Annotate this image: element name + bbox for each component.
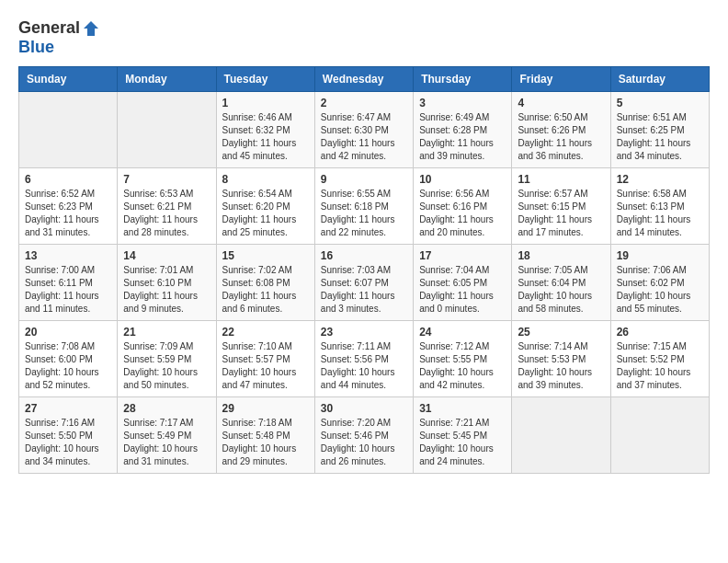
day-number: 23 bbox=[321, 326, 407, 339]
calendar-header-row: SundayMondayTuesdayWednesdayThursdayFrid… bbox=[19, 67, 710, 92]
calendar-header-friday: Friday bbox=[512, 67, 610, 92]
calendar-cell: 6 Sunrise: 6:52 AMSunset: 6:23 PMDayligh… bbox=[19, 168, 118, 245]
calendar-table: SundayMondayTuesdayWednesdayThursdayFrid… bbox=[18, 66, 710, 474]
day-info: Sunrise: 6:53 AMSunset: 6:21 PMDaylight:… bbox=[123, 188, 210, 239]
day-info: Sunrise: 7:16 AMSunset: 5:50 PMDaylight:… bbox=[25, 417, 111, 468]
calendar-header-monday: Monday bbox=[118, 67, 216, 92]
day-info: Sunrise: 7:06 AMSunset: 6:02 PMDaylight:… bbox=[617, 264, 703, 316]
day-number: 20 bbox=[25, 326, 111, 339]
day-info: Sunrise: 6:49 AMSunset: 6:28 PMDaylight:… bbox=[419, 111, 506, 163]
calendar-cell: 27 Sunrise: 7:16 AMSunset: 5:50 PMDaylig… bbox=[19, 397, 118, 474]
day-number: 15 bbox=[222, 249, 309, 262]
day-number: 17 bbox=[419, 249, 506, 262]
calendar-week-1: 1 Sunrise: 6:46 AMSunset: 6:32 PMDayligh… bbox=[19, 92, 710, 168]
calendar-cell: 31 Sunrise: 7:21 AMSunset: 5:45 PMDaylig… bbox=[414, 397, 512, 474]
day-number: 27 bbox=[25, 402, 111, 415]
day-number: 26 bbox=[617, 326, 703, 339]
day-number: 21 bbox=[123, 326, 210, 339]
day-number: 12 bbox=[617, 173, 703, 186]
day-number: 19 bbox=[617, 249, 703, 262]
day-info: Sunrise: 6:51 AMSunset: 6:25 PMDaylight:… bbox=[617, 111, 703, 163]
calendar-cell: 22 Sunrise: 7:10 AMSunset: 5:57 PMDaylig… bbox=[216, 321, 314, 397]
day-info: Sunrise: 7:04 AMSunset: 6:05 PMDaylight:… bbox=[419, 264, 506, 316]
calendar-week-3: 13 Sunrise: 7:00 AMSunset: 6:11 PMDaylig… bbox=[19, 245, 710, 321]
day-info: Sunrise: 6:56 AMSunset: 6:16 PMDaylight:… bbox=[419, 188, 506, 239]
calendar-header-tuesday: Tuesday bbox=[216, 67, 314, 92]
calendar-cell bbox=[19, 92, 118, 168]
day-number: 2 bbox=[321, 97, 407, 109]
day-info: Sunrise: 6:46 AMSunset: 6:32 PMDaylight:… bbox=[222, 111, 309, 163]
day-number: 30 bbox=[321, 402, 407, 415]
calendar-cell: 30 Sunrise: 7:20 AMSunset: 5:46 PMDaylig… bbox=[314, 397, 413, 474]
day-info: Sunrise: 7:12 AMSunset: 5:55 PMDaylight:… bbox=[419, 340, 506, 392]
calendar-cell: 3 Sunrise: 6:49 AMSunset: 6:28 PMDayligh… bbox=[414, 92, 512, 168]
day-number: 31 bbox=[419, 402, 506, 415]
calendar-cell: 20 Sunrise: 7:08 AMSunset: 6:00 PMDaylig… bbox=[19, 321, 118, 397]
day-info: Sunrise: 6:54 AMSunset: 6:20 PMDaylight:… bbox=[222, 188, 309, 239]
day-number: 14 bbox=[123, 249, 210, 262]
day-number: 13 bbox=[25, 249, 111, 262]
day-info: Sunrise: 7:01 AMSunset: 6:10 PMDaylight:… bbox=[123, 264, 210, 316]
logo-general-text: General bbox=[18, 18, 80, 38]
day-number: 6 bbox=[25, 173, 111, 186]
day-info: Sunrise: 7:09 AMSunset: 5:59 PMDaylight:… bbox=[123, 340, 210, 392]
calendar-cell: 29 Sunrise: 7:18 AMSunset: 5:48 PMDaylig… bbox=[216, 397, 314, 474]
calendar-cell: 16 Sunrise: 7:03 AMSunset: 6:07 PMDaylig… bbox=[314, 245, 413, 321]
day-info: Sunrise: 7:18 AMSunset: 5:48 PMDaylight:… bbox=[222, 417, 309, 468]
day-info: Sunrise: 6:55 AMSunset: 6:18 PMDaylight:… bbox=[321, 188, 407, 239]
calendar-cell: 7 Sunrise: 6:53 AMSunset: 6:21 PMDayligh… bbox=[118, 168, 216, 245]
calendar-cell: 9 Sunrise: 6:55 AMSunset: 6:18 PMDayligh… bbox=[314, 168, 413, 245]
day-info: Sunrise: 7:05 AMSunset: 6:04 PMDaylight:… bbox=[518, 264, 604, 316]
day-number: 18 bbox=[518, 249, 604, 262]
day-info: Sunrise: 7:20 AMSunset: 5:46 PMDaylight:… bbox=[321, 417, 407, 468]
day-info: Sunrise: 6:52 AMSunset: 6:23 PMDaylight:… bbox=[25, 188, 111, 239]
calendar-cell: 21 Sunrise: 7:09 AMSunset: 5:59 PMDaylig… bbox=[118, 321, 216, 397]
calendar-cell: 15 Sunrise: 7:02 AMSunset: 6:08 PMDaylig… bbox=[216, 245, 314, 321]
calendar-week-2: 6 Sunrise: 6:52 AMSunset: 6:23 PMDayligh… bbox=[19, 168, 710, 245]
day-number: 29 bbox=[222, 402, 309, 415]
page-header: General Blue bbox=[18, 18, 710, 57]
calendar-cell: 28 Sunrise: 7:17 AMSunset: 5:49 PMDaylig… bbox=[118, 397, 216, 474]
logo-blue-text: Blue bbox=[18, 38, 54, 57]
calendar-cell bbox=[512, 397, 610, 474]
calendar-cell: 2 Sunrise: 6:47 AMSunset: 6:30 PMDayligh… bbox=[314, 92, 413, 168]
calendar-header-thursday: Thursday bbox=[414, 67, 512, 92]
calendar-cell: 26 Sunrise: 7:15 AMSunset: 5:52 PMDaylig… bbox=[610, 321, 709, 397]
day-number: 16 bbox=[321, 249, 407, 262]
day-info: Sunrise: 6:57 AMSunset: 6:15 PMDaylight:… bbox=[518, 188, 604, 239]
calendar-cell: 5 Sunrise: 6:51 AMSunset: 6:25 PMDayligh… bbox=[610, 92, 709, 168]
calendar-cell: 23 Sunrise: 7:11 AMSunset: 5:56 PMDaylig… bbox=[314, 321, 413, 397]
day-info: Sunrise: 7:03 AMSunset: 6:07 PMDaylight:… bbox=[321, 264, 407, 316]
day-info: Sunrise: 7:02 AMSunset: 6:08 PMDaylight:… bbox=[222, 264, 309, 316]
day-number: 1 bbox=[222, 97, 309, 109]
calendar-cell: 14 Sunrise: 7:01 AMSunset: 6:10 PMDaylig… bbox=[118, 245, 216, 321]
day-number: 11 bbox=[518, 173, 604, 186]
day-info: Sunrise: 7:08 AMSunset: 6:00 PMDaylight:… bbox=[25, 340, 111, 392]
calendar-body: 1 Sunrise: 6:46 AMSunset: 6:32 PMDayligh… bbox=[19, 92, 710, 474]
day-info: Sunrise: 7:00 AMSunset: 6:11 PMDaylight:… bbox=[25, 264, 111, 316]
calendar-header-sunday: Sunday bbox=[19, 67, 118, 92]
day-number: 4 bbox=[518, 97, 604, 109]
calendar-cell bbox=[118, 92, 216, 168]
day-number: 28 bbox=[123, 402, 210, 415]
calendar-cell: 12 Sunrise: 6:58 AMSunset: 6:13 PMDaylig… bbox=[610, 168, 709, 245]
day-number: 25 bbox=[518, 326, 604, 339]
calendar-cell: 18 Sunrise: 7:05 AMSunset: 6:04 PMDaylig… bbox=[512, 245, 610, 321]
day-info: Sunrise: 7:21 AMSunset: 5:45 PMDaylight:… bbox=[419, 417, 506, 468]
day-info: Sunrise: 7:10 AMSunset: 5:57 PMDaylight:… bbox=[222, 340, 309, 392]
day-number: 3 bbox=[419, 97, 506, 109]
calendar-week-5: 27 Sunrise: 7:16 AMSunset: 5:50 PMDaylig… bbox=[19, 397, 710, 474]
calendar-cell: 25 Sunrise: 7:14 AMSunset: 5:53 PMDaylig… bbox=[512, 321, 610, 397]
calendar-cell: 11 Sunrise: 6:57 AMSunset: 6:15 PMDaylig… bbox=[512, 168, 610, 245]
day-info: Sunrise: 6:58 AMSunset: 6:13 PMDaylight:… bbox=[617, 188, 703, 239]
day-number: 8 bbox=[222, 173, 309, 186]
calendar-cell: 17 Sunrise: 7:04 AMSunset: 6:05 PMDaylig… bbox=[414, 245, 512, 321]
day-info: Sunrise: 7:11 AMSunset: 5:56 PMDaylight:… bbox=[321, 340, 407, 392]
calendar-cell: 19 Sunrise: 7:06 AMSunset: 6:02 PMDaylig… bbox=[610, 245, 709, 321]
calendar-cell: 24 Sunrise: 7:12 AMSunset: 5:55 PMDaylig… bbox=[414, 321, 512, 397]
day-info: Sunrise: 7:15 AMSunset: 5:52 PMDaylight:… bbox=[617, 340, 703, 392]
calendar-cell bbox=[610, 397, 709, 474]
day-number: 24 bbox=[419, 326, 506, 339]
day-info: Sunrise: 6:47 AMSunset: 6:30 PMDaylight:… bbox=[321, 111, 407, 163]
svg-marker-0 bbox=[84, 21, 98, 36]
